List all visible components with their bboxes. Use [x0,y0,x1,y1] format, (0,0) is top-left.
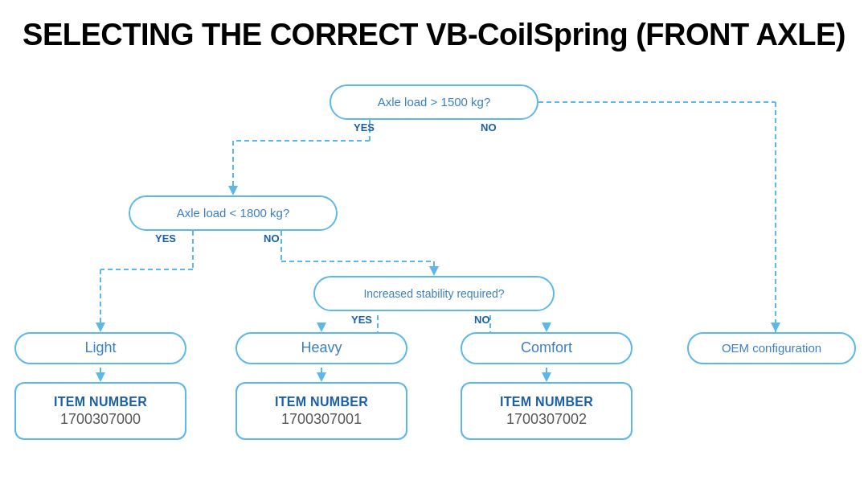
svg-marker-28 [542,372,551,382]
decision-3: Increased stability required? [313,276,555,311]
decision1-yes-label: YES [354,121,375,134]
item2-label: ITEM NUMBER [275,395,368,409]
item3-number: 1700307002 [506,411,587,428]
item1-label: ITEM NUMBER [54,395,147,409]
result-heavy: Heavy [235,332,407,364]
result-light: Light [14,332,186,364]
diagram-area: Axle load > 1500 kg? YES NO Axle load < … [0,60,868,471]
svg-marker-22 [542,323,551,332]
result-oem: OEM configuration [687,332,856,364]
item1-number: 1700307000 [60,411,141,428]
decision-2: Axle load < 1800 kg? [129,195,338,231]
svg-marker-24 [96,372,105,382]
svg-marker-6 [771,323,780,332]
result-comfort: Comfort [461,332,633,364]
svg-marker-14 [429,266,439,276]
decision2-yes-label: YES [155,232,176,244]
page-title: SELECTING THE CORRECT VB-CoilSpring (FRO… [0,0,868,60]
decision3-no-label: NO [474,314,490,326]
svg-marker-10 [96,323,105,332]
decision-1: Axle load > 1500 kg? [330,84,538,120]
item-box-2: ITEM NUMBER 1700307001 [235,382,407,440]
item-box-1: ITEM NUMBER 1700307000 [14,382,186,440]
svg-marker-26 [317,372,326,382]
decision3-yes-label: YES [351,314,372,326]
svg-marker-18 [317,323,326,332]
decision1-no-label: NO [481,121,497,134]
svg-marker-3 [228,186,238,195]
decision2-no-label: NO [264,232,280,244]
item3-label: ITEM NUMBER [500,395,593,409]
item2-number: 1700307001 [281,411,362,428]
item-box-3: ITEM NUMBER 1700307002 [461,382,633,440]
